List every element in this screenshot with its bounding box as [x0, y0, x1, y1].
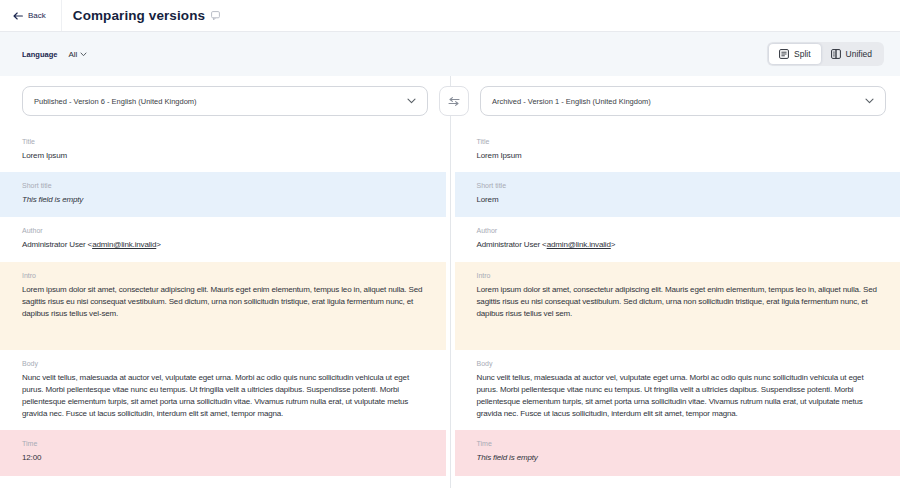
split-view-button[interactable]: Split	[769, 44, 821, 64]
comparing-versions-page: Back Comparing versions Language All Spl…	[0, 0, 900, 488]
swap-arrows-icon	[448, 97, 460, 106]
field-label: Author	[22, 227, 432, 234]
field-label: Title	[477, 138, 887, 145]
empty-field-message: This field is empty	[22, 194, 432, 206]
field-row-intro: Intro Lorem ipsum dolor sit amet, consec…	[0, 262, 900, 350]
back-label: Back	[28, 11, 46, 20]
author-email-link[interactable]: admin@link.invalid	[547, 240, 611, 249]
field-label: Title	[22, 138, 432, 145]
field-value: Lorem ipsum dolor sit amet, consectetur …	[477, 284, 887, 320]
split-view-label: Split	[794, 49, 811, 59]
chevron-down-icon	[80, 52, 87, 57]
language-dropdown[interactable]: All	[68, 50, 87, 59]
view-mode-toggle: Split Unified	[767, 42, 884, 66]
toolbar: Language All Split Unified	[0, 32, 900, 76]
unified-view-icon	[831, 49, 841, 59]
field-label: Time	[22, 440, 432, 447]
field-cell-time-left: Time 12:00	[0, 430, 446, 476]
field-row-time: Time 12:00 Time This field is empty	[0, 430, 900, 476]
comment-icon	[211, 11, 220, 21]
field-value: Lorem	[477, 194, 887, 206]
field-cell-intro-left: Intro Lorem ipsum dolor sit amet, consec…	[0, 262, 446, 350]
row-gap	[446, 128, 455, 172]
field-row-short-title: Short title This field is empty Short ti…	[0, 172, 900, 217]
right-version-value: Archived - Version 1 - English (United K…	[492, 97, 651, 106]
swap-versions-button[interactable]	[439, 86, 469, 116]
language-selector: Language All	[22, 50, 87, 59]
field-value: Administrator User <admin@link.invalid>	[477, 239, 887, 251]
version-selector-row: Published - Version 6 - English (United …	[22, 86, 886, 116]
field-label: Short title	[22, 182, 432, 189]
split-view-icon	[779, 49, 789, 59]
field-row-body: Body Nunc velit tellus, malesuada at auc…	[0, 350, 900, 430]
field-value: 12:00	[22, 452, 432, 464]
arrow-left-icon	[13, 12, 23, 20]
field-label: Author	[477, 227, 887, 234]
field-label: Short title	[477, 182, 887, 189]
author-name: Administrator User <	[477, 240, 547, 249]
empty-field-message: This field is empty	[477, 452, 887, 464]
language-value: All	[68, 50, 77, 59]
field-cell-author-right: Author Administrator User <admin@link.in…	[455, 217, 900, 262]
field-label: Body	[22, 360, 432, 367]
field-value: Nunc velit tellus, malesuada at auctor v…	[22, 372, 432, 420]
chevron-down-icon	[865, 98, 874, 104]
comparison-content: Published - Version 6 - English (United …	[0, 76, 900, 488]
author-name: Administrator User <	[22, 240, 92, 249]
field-value: Lorem Ipsum	[477, 150, 887, 162]
right-version-select[interactable]: Archived - Version 1 - English (United K…	[480, 86, 886, 116]
field-row-author: Author Administrator User <admin@link.in…	[0, 217, 900, 262]
field-label: Intro	[22, 272, 432, 279]
field-value: Lorem Ipsum	[22, 150, 432, 162]
field-label: Time	[477, 440, 887, 447]
row-gap	[446, 430, 455, 476]
author-suffix: >	[156, 240, 161, 249]
field-cell-intro-right: Intro Lorem ipsum dolor sit amet, consec…	[455, 262, 900, 350]
language-label: Language	[22, 50, 57, 59]
field-label: Body	[477, 360, 887, 367]
header: Back Comparing versions	[0, 0, 900, 32]
unified-view-label: Unified	[846, 49, 872, 59]
left-version-select[interactable]: Published - Version 6 - English (United …	[22, 86, 428, 116]
field-cell-author-left: Author Administrator User <admin@link.in…	[0, 217, 446, 262]
field-value: Nunc velit tellus, malesuada at auctor v…	[477, 372, 887, 420]
field-cell-short-title-right: Short title Lorem	[455, 172, 900, 217]
row-gap	[446, 350, 455, 430]
page-title: Comparing versions	[73, 8, 205, 23]
field-cell-title-left: Title Lorem Ipsum	[0, 128, 446, 172]
field-cell-body-left: Body Nunc velit tellus, malesuada at auc…	[0, 350, 446, 430]
row-gap	[446, 217, 455, 262]
field-cell-title-right: Title Lorem Ipsum	[455, 128, 900, 172]
author-suffix: >	[611, 240, 616, 249]
field-cell-short-title-left: Short title This field is empty	[0, 172, 446, 217]
field-rows: Title Lorem Ipsum Title Lorem Ipsum Shor…	[0, 128, 900, 476]
row-gap	[446, 262, 455, 350]
left-version-value: Published - Version 6 - English (United …	[34, 97, 197, 106]
back-button[interactable]: Back	[0, 0, 62, 31]
author-email-link[interactable]: admin@link.invalid	[92, 240, 156, 249]
field-row-title: Title Lorem Ipsum Title Lorem Ipsum	[0, 128, 900, 172]
field-label: Intro	[477, 272, 887, 279]
unified-view-button[interactable]: Unified	[821, 44, 882, 64]
field-cell-body-right: Body Nunc velit tellus, malesuada at auc…	[455, 350, 900, 430]
chevron-down-icon	[407, 98, 416, 104]
row-gap	[446, 172, 455, 217]
field-value: Administrator User <admin@link.invalid>	[22, 239, 432, 251]
field-cell-time-right: Time This field is empty	[455, 430, 900, 476]
field-value: Lorem ipsum dolor sit amet, consectetur …	[22, 284, 432, 320]
